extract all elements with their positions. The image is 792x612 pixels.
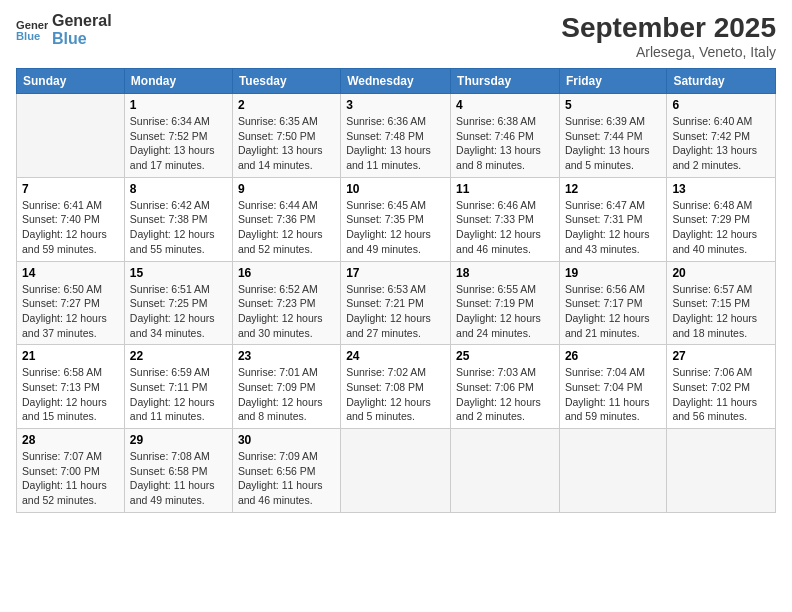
day-number: 6 <box>672 98 770 112</box>
day-info: Sunrise: 6:38 AM Sunset: 7:46 PM Dayligh… <box>456 114 554 173</box>
day-info: Sunrise: 7:01 AM Sunset: 7:09 PM Dayligh… <box>238 365 335 424</box>
day-cell: 25Sunrise: 7:03 AM Sunset: 7:06 PM Dayli… <box>451 345 560 429</box>
day-cell: 7Sunrise: 6:41 AM Sunset: 7:40 PM Daylig… <box>17 177 125 261</box>
day-number: 25 <box>456 349 554 363</box>
day-cell: 18Sunrise: 6:55 AM Sunset: 7:19 PM Dayli… <box>451 261 560 345</box>
week-row-3: 21Sunrise: 6:58 AM Sunset: 7:13 PM Dayli… <box>17 345 776 429</box>
day-info: Sunrise: 7:06 AM Sunset: 7:02 PM Dayligh… <box>672 365 770 424</box>
svg-text:General: General <box>16 20 48 32</box>
day-cell: 26Sunrise: 7:04 AM Sunset: 7:04 PM Dayli… <box>559 345 666 429</box>
svg-text:Blue: Blue <box>16 31 40 43</box>
day-cell <box>451 429 560 513</box>
day-info: Sunrise: 6:41 AM Sunset: 7:40 PM Dayligh… <box>22 198 119 257</box>
week-row-1: 7Sunrise: 6:41 AM Sunset: 7:40 PM Daylig… <box>17 177 776 261</box>
day-cell <box>17 94 125 178</box>
day-number: 23 <box>238 349 335 363</box>
logo: General Blue General Blue <box>16 12 112 49</box>
day-info: Sunrise: 7:04 AM Sunset: 7:04 PM Dayligh… <box>565 365 661 424</box>
day-number: 27 <box>672 349 770 363</box>
day-number: 7 <box>22 182 119 196</box>
col-header-wednesday: Wednesday <box>341 69 451 94</box>
day-number: 28 <box>22 433 119 447</box>
day-info: Sunrise: 6:44 AM Sunset: 7:36 PM Dayligh… <box>238 198 335 257</box>
day-number: 26 <box>565 349 661 363</box>
day-number: 10 <box>346 182 445 196</box>
day-cell <box>667 429 776 513</box>
day-info: Sunrise: 6:52 AM Sunset: 7:23 PM Dayligh… <box>238 282 335 341</box>
day-cell: 21Sunrise: 6:58 AM Sunset: 7:13 PM Dayli… <box>17 345 125 429</box>
day-info: Sunrise: 7:09 AM Sunset: 6:56 PM Dayligh… <box>238 449 335 508</box>
day-cell: 11Sunrise: 6:46 AM Sunset: 7:33 PM Dayli… <box>451 177 560 261</box>
col-header-sunday: Sunday <box>17 69 125 94</box>
day-info: Sunrise: 6:58 AM Sunset: 7:13 PM Dayligh… <box>22 365 119 424</box>
col-header-tuesday: Tuesday <box>232 69 340 94</box>
week-row-2: 14Sunrise: 6:50 AM Sunset: 7:27 PM Dayli… <box>17 261 776 345</box>
month-title: September 2025 <box>561 12 776 44</box>
day-number: 2 <box>238 98 335 112</box>
logo-blue: Blue <box>52 30 112 48</box>
day-cell: 27Sunrise: 7:06 AM Sunset: 7:02 PM Dayli… <box>667 345 776 429</box>
day-number: 12 <box>565 182 661 196</box>
day-cell: 24Sunrise: 7:02 AM Sunset: 7:08 PM Dayli… <box>341 345 451 429</box>
day-info: Sunrise: 6:40 AM Sunset: 7:42 PM Dayligh… <box>672 114 770 173</box>
day-cell: 23Sunrise: 7:01 AM Sunset: 7:09 PM Dayli… <box>232 345 340 429</box>
day-info: Sunrise: 6:42 AM Sunset: 7:38 PM Dayligh… <box>130 198 227 257</box>
day-cell: 4Sunrise: 6:38 AM Sunset: 7:46 PM Daylig… <box>451 94 560 178</box>
day-number: 20 <box>672 266 770 280</box>
col-header-saturday: Saturday <box>667 69 776 94</box>
location: Arlesega, Veneto, Italy <box>561 44 776 60</box>
day-info: Sunrise: 7:07 AM Sunset: 7:00 PM Dayligh… <box>22 449 119 508</box>
day-cell: 29Sunrise: 7:08 AM Sunset: 6:58 PM Dayli… <box>124 429 232 513</box>
day-info: Sunrise: 6:56 AM Sunset: 7:17 PM Dayligh… <box>565 282 661 341</box>
day-cell <box>559 429 666 513</box>
day-number: 3 <box>346 98 445 112</box>
day-cell: 3Sunrise: 6:36 AM Sunset: 7:48 PM Daylig… <box>341 94 451 178</box>
day-number: 22 <box>130 349 227 363</box>
day-number: 30 <box>238 433 335 447</box>
day-info: Sunrise: 7:08 AM Sunset: 6:58 PM Dayligh… <box>130 449 227 508</box>
day-info: Sunrise: 6:45 AM Sunset: 7:35 PM Dayligh… <box>346 198 445 257</box>
day-info: Sunrise: 6:36 AM Sunset: 7:48 PM Dayligh… <box>346 114 445 173</box>
day-info: Sunrise: 6:51 AM Sunset: 7:25 PM Dayligh… <box>130 282 227 341</box>
day-number: 15 <box>130 266 227 280</box>
day-cell: 14Sunrise: 6:50 AM Sunset: 7:27 PM Dayli… <box>17 261 125 345</box>
day-cell: 9Sunrise: 6:44 AM Sunset: 7:36 PM Daylig… <box>232 177 340 261</box>
day-cell: 2Sunrise: 6:35 AM Sunset: 7:50 PM Daylig… <box>232 94 340 178</box>
day-info: Sunrise: 6:50 AM Sunset: 7:27 PM Dayligh… <box>22 282 119 341</box>
day-cell: 19Sunrise: 6:56 AM Sunset: 7:17 PM Dayli… <box>559 261 666 345</box>
day-info: Sunrise: 6:57 AM Sunset: 7:15 PM Dayligh… <box>672 282 770 341</box>
day-number: 1 <box>130 98 227 112</box>
day-number: 19 <box>565 266 661 280</box>
logo-general: General <box>52 12 112 30</box>
day-number: 5 <box>565 98 661 112</box>
day-cell: 28Sunrise: 7:07 AM Sunset: 7:00 PM Dayli… <box>17 429 125 513</box>
day-info: Sunrise: 6:53 AM Sunset: 7:21 PM Dayligh… <box>346 282 445 341</box>
day-info: Sunrise: 6:55 AM Sunset: 7:19 PM Dayligh… <box>456 282 554 341</box>
day-info: Sunrise: 6:59 AM Sunset: 7:11 PM Dayligh… <box>130 365 227 424</box>
day-info: Sunrise: 6:34 AM Sunset: 7:52 PM Dayligh… <box>130 114 227 173</box>
day-info: Sunrise: 7:03 AM Sunset: 7:06 PM Dayligh… <box>456 365 554 424</box>
day-number: 13 <box>672 182 770 196</box>
day-number: 24 <box>346 349 445 363</box>
day-cell: 13Sunrise: 6:48 AM Sunset: 7:29 PM Dayli… <box>667 177 776 261</box>
day-cell: 17Sunrise: 6:53 AM Sunset: 7:21 PM Dayli… <box>341 261 451 345</box>
day-number: 18 <box>456 266 554 280</box>
week-row-0: 1Sunrise: 6:34 AM Sunset: 7:52 PM Daylig… <box>17 94 776 178</box>
col-header-thursday: Thursday <box>451 69 560 94</box>
day-cell: 1Sunrise: 6:34 AM Sunset: 7:52 PM Daylig… <box>124 94 232 178</box>
day-number: 8 <box>130 182 227 196</box>
day-cell: 10Sunrise: 6:45 AM Sunset: 7:35 PM Dayli… <box>341 177 451 261</box>
week-row-4: 28Sunrise: 7:07 AM Sunset: 7:00 PM Dayli… <box>17 429 776 513</box>
day-info: Sunrise: 6:35 AM Sunset: 7:50 PM Dayligh… <box>238 114 335 173</box>
day-cell: 8Sunrise: 6:42 AM Sunset: 7:38 PM Daylig… <box>124 177 232 261</box>
day-cell: 6Sunrise: 6:40 AM Sunset: 7:42 PM Daylig… <box>667 94 776 178</box>
header: General Blue General Blue September 2025… <box>16 12 776 60</box>
day-info: Sunrise: 6:48 AM Sunset: 7:29 PM Dayligh… <box>672 198 770 257</box>
logo-icon: General Blue <box>16 16 48 44</box>
day-cell: 5Sunrise: 6:39 AM Sunset: 7:44 PM Daylig… <box>559 94 666 178</box>
day-number: 21 <box>22 349 119 363</box>
page-container: General Blue General Blue September 2025… <box>0 0 792 523</box>
day-number: 11 <box>456 182 554 196</box>
col-header-monday: Monday <box>124 69 232 94</box>
day-cell <box>341 429 451 513</box>
